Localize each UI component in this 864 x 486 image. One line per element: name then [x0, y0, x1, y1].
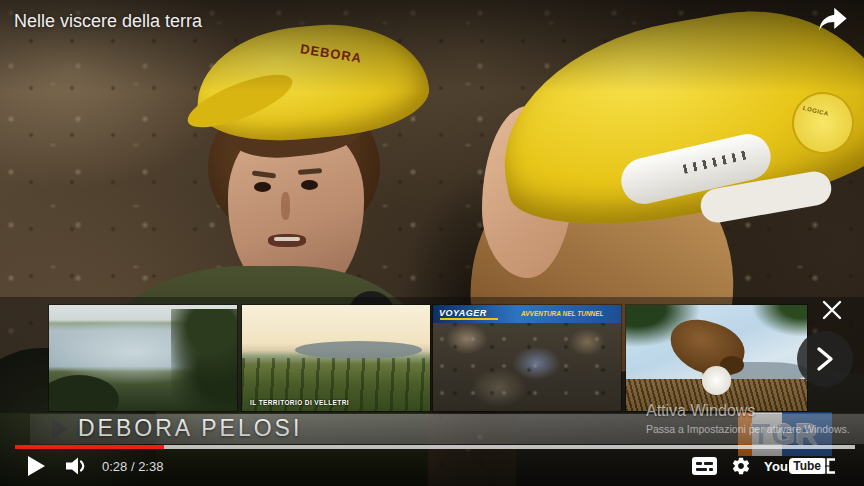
left-woman-eye — [301, 180, 318, 190]
gear-icon — [731, 456, 751, 476]
volume-icon — [64, 455, 90, 477]
video-title[interactable]: Nelle viscere della terra — [14, 11, 202, 32]
subtitles-button[interactable] — [692, 457, 717, 475]
time-display: 0:28 / 2:38 — [102, 459, 163, 474]
left-woman-eye — [254, 182, 271, 192]
left-woman-nose — [281, 192, 290, 220]
thumbnail-hill — [295, 341, 423, 359]
bird-chick — [702, 366, 731, 395]
bracket-vents — [683, 150, 749, 174]
chevron-right-icon — [814, 346, 836, 372]
progress-played — [15, 445, 164, 449]
volume-button[interactable] — [64, 455, 90, 481]
thumbnail-tree — [171, 309, 237, 411]
play-button[interactable] — [28, 456, 45, 476]
voyager-logo: VOYAGER — [439, 308, 487, 318]
thumbnail-banner: VOYAGER AVVENTURA NEL TUNNEL — [433, 305, 621, 323]
thumbnail-caption: IL TERRITORIO DI VELLETRI — [250, 399, 349, 406]
settings-button[interactable] — [731, 456, 751, 480]
cc-dash — [696, 462, 702, 465]
share-button[interactable] — [818, 6, 852, 34]
right-helmet-sticker-label: LOGICA — [802, 105, 829, 117]
windows-watermark-line1: Attiva Windows — [646, 402, 850, 420]
video-player: DEBORA LOGICA TGR DEBORA PELOSI Nelle vi… — [0, 0, 864, 486]
close-icon — [816, 294, 848, 326]
progress-bar[interactable] — [15, 445, 855, 449]
cc-dash — [704, 462, 713, 465]
fullscreen-button[interactable] — [816, 456, 836, 480]
thumbnail-bush — [49, 375, 119, 411]
suggestion-thumbnail-tunnel[interactable]: VOYAGER AVVENTURA NEL TUNNEL — [433, 305, 621, 411]
youtube-logo-you: You — [764, 459, 788, 474]
fullscreen-icon — [816, 456, 836, 476]
share-icon — [818, 6, 848, 32]
banner-underline — [440, 318, 498, 320]
left-woman-teeth — [274, 237, 300, 241]
close-suggestions-button[interactable] — [816, 294, 848, 326]
next-suggestions-button[interactable] — [797, 331, 853, 387]
windows-watermark-line2: Passa a Impostazioni per attivare Window… — [646, 423, 850, 435]
windows-activation-watermark: Attiva Windows Passa a Impostazioni per … — [646, 402, 850, 435]
banner-subtitle: AVVENTURA NEL TUNNEL — [521, 310, 604, 317]
cc-dash — [696, 468, 707, 471]
suggestion-thumbnail-bird[interactable] — [626, 305, 807, 411]
suggestion-thumbnail-vineyard[interactable]: IL TERRITORIO DI VELLETRI — [242, 305, 430, 411]
cc-dash — [709, 468, 713, 471]
suggestion-thumbnail-lake[interactable] — [49, 305, 237, 411]
